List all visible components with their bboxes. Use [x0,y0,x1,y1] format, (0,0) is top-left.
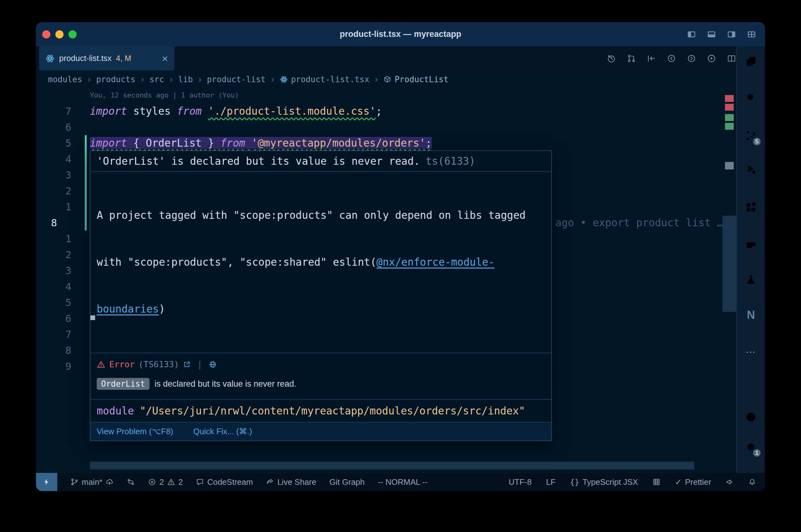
close-window-button[interactable] [42,30,50,38]
editor[interactable]: You, 12 seconds ago | 1 author (You) 7 i… [36,89,736,473]
keyword-import: import [90,105,127,117]
settings-gear-icon[interactable]: 1 [742,438,760,456]
line-number[interactable]: 7 [36,105,71,117]
line-number[interactable]: 4 [36,281,71,292]
pull-request-icon[interactable] [627,54,636,63]
breadcrumb-file[interactable]: product-list.tsx [280,75,369,84]
live-share-status[interactable]: Live Share [266,477,316,487]
git-compare-icon [127,478,135,486]
quick-fix-action[interactable]: Quick Fix... (⌘.) [193,427,252,436]
popup-resize-handle[interactable] [90,316,95,320]
language-mode-status[interactable]: {} TypeScript JSX [570,477,638,487]
chevron-right-icon: › [374,74,379,85]
react-icon [45,54,55,63]
line-number[interactable]: 7 [36,328,71,340]
blame-header[interactable]: You, 12 seconds ago | 1 author (You) [90,91,239,99]
toggle-panel-icon[interactable] [707,30,716,39]
external-link-icon[interactable] [183,360,191,368]
problems-status[interactable]: 2 2 [148,477,183,487]
breadcrumb-lib[interactable]: lib [178,75,193,84]
breadcrumb-src[interactable]: src [149,75,164,84]
eol-status[interactable]: LF [546,477,556,487]
open-changes-icon[interactable] [647,54,656,63]
codelens-blame-row[interactable]: You, 12 seconds ago | 1 author (You) [36,89,736,103]
vertical-scrollbar-thumb[interactable] [723,216,736,312]
nx-console-icon[interactable]: N [742,306,760,324]
run-debug-icon[interactable] [742,161,760,178]
current-line-number[interactable]: 8 [36,217,71,229]
error-detail-row: Error(TS6133) | [90,353,551,374]
window-controls [42,22,77,46]
line-number[interactable]: 2 [36,185,71,197]
error-circle-icon [148,478,156,486]
editor-toolbar: ⋯ [607,46,758,70]
megaphone-icon [726,478,734,486]
eslint-message-text: with "scope:products", "scope:shared" es… [97,256,377,268]
eslint-rule-link[interactable]: @nx/enforce-module- [377,256,495,268]
line-number[interactable]: 6 [36,121,71,133]
code-line-import-orders[interactable]: 5 import { OrderList } from '@myreactapp… [36,135,736,151]
prettier-status[interactable]: ✓ Prettier [675,477,711,487]
grid-status[interactable] [652,478,660,486]
breadcrumb-symbol-label: ProductList [395,75,448,84]
source-control-icon[interactable]: 5 [742,127,760,145]
line-number[interactable]: 1 [36,233,71,245]
breadcrumb-product-list[interactable]: product-list [207,75,266,84]
feedback-status[interactable] [726,478,734,486]
account-icon[interactable] [742,408,760,426]
git-graph-status[interactable]: Git Graph [329,477,365,487]
breadcrumb-modules[interactable]: modules [48,75,82,84]
code-line-import-styles[interactable]: 7 import styles from './product-list.mod… [36,103,736,119]
toggle-sidebar-icon[interactable] [687,30,696,39]
line-number[interactable]: 1 [36,201,71,213]
line-number[interactable]: 5 [36,137,71,149]
encoding-status[interactable]: UTF-8 [509,477,532,487]
line-number[interactable]: 9 [36,360,71,372]
breadcrumb-products[interactable]: products [96,75,135,84]
line-number[interactable]: 4 [36,153,71,165]
run-file-icon[interactable] [707,54,716,63]
next-change-icon[interactable] [687,54,696,63]
gitlens-compare-status[interactable] [127,478,135,486]
close-tab-icon[interactable]: × [162,53,168,64]
code-text: import { OrderList } from '@myreactapp/m… [90,137,432,149]
customize-layout-icon[interactable] [747,30,756,39]
vim-mode-status[interactable]: -- NORMAL -- [378,477,427,487]
view-problem-action[interactable]: View Problem (⌥F8) [97,427,174,436]
zoom-window-button[interactable] [69,30,77,38]
line-number[interactable]: 3 [36,265,71,277]
eslint-rule-link[interactable]: boundaries [97,303,159,315]
extensions-icon[interactable] [742,198,760,216]
toggle-secondary-sidebar-icon[interactable] [727,30,736,39]
ruler-added-mark [725,114,734,121]
remote-explorer-icon[interactable] [742,238,760,255]
line-number[interactable]: 2 [36,249,71,261]
globe-icon[interactable] [209,360,217,368]
explorer-icon[interactable] [742,53,760,70]
remote-indicator[interactable] [36,473,57,491]
line-number[interactable]: 3 [36,169,71,181]
notifications-status[interactable] [748,478,756,486]
line-number[interactable]: 6 [36,312,71,324]
horizontal-scrollbar[interactable] [90,462,694,470]
search-icon[interactable] [742,89,760,106]
testing-beaker-icon[interactable] [742,271,760,288]
warning-triangle-icon [97,360,106,369]
line-number[interactable]: 8 [36,344,71,356]
minimize-window-button[interactable] [55,30,63,38]
line-number[interactable]: 5 [36,297,71,308]
activity-bar: 5 N ⋯ 1 [736,46,765,473]
semicolon: ; [376,105,382,117]
breadcrumb-symbol[interactable]: ProductList [383,75,448,84]
status-left: main* 2 2 [36,473,428,491]
eol-label: LF [546,477,556,487]
tab-product-list[interactable]: product-list.tsx 4, M × [39,46,174,70]
split-editor-icon[interactable] [727,54,736,63]
identifier: styles [127,105,177,117]
timeline-history-icon[interactable] [607,54,616,63]
branch-status[interactable]: main* [70,477,113,487]
codestream-status[interactable]: CodeStream [196,477,253,487]
code-line-blank[interactable]: 6 [36,119,736,135]
previous-change-icon[interactable] [667,54,676,63]
more-views-icon[interactable]: ⋯ [742,343,760,361]
